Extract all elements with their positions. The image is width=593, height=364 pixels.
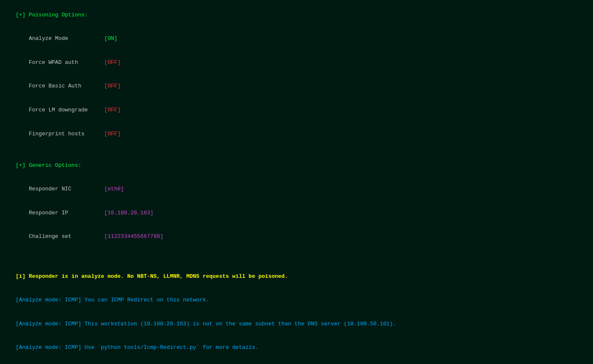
icmp-line-1: [Analyze mode: ICMP] You can ICMP Redire… bbox=[3, 288, 590, 312]
analyze-mode-line: Analyze Mode [ON] bbox=[3, 27, 590, 51]
blank-1 bbox=[3, 146, 590, 154]
icmp-line-2: [Analyze mode: ICMP] This workstation (1… bbox=[3, 312, 590, 336]
force-lm-line: Force LM downgrade [OFF] bbox=[3, 98, 590, 122]
blank-3 bbox=[3, 257, 590, 265]
icmp-line-4: [Analyze mode: ICMP] You can ICMP Redire… bbox=[3, 360, 590, 364]
analyze-warning-line: [i] Responder is in analyze mode. No NBT… bbox=[3, 265, 590, 289]
terminal-output: [+] Poisoning Options: Analyze Mode [ON]… bbox=[3, 3, 590, 364]
generic-header: [+] Generic Options: bbox=[3, 154, 590, 178]
fingerprint-line: Fingerprint hosts [OFF] bbox=[3, 122, 590, 146]
challenge-set-line: Challenge set [1122334455667788] bbox=[3, 225, 590, 249]
icmp-line-3: [Analyze mode: ICMP] Use `python tools/I… bbox=[3, 336, 590, 360]
blank-2 bbox=[3, 249, 590, 257]
force-basic-line: Force Basic Auth [OFF] bbox=[3, 75, 590, 99]
responder-ip-line: Responder IP [10.100.20.163] bbox=[3, 201, 590, 225]
force-wpad-line: Force WPAD auth [OFF] bbox=[3, 51, 590, 75]
responder-nic-line: Responder NIC [eth0] bbox=[3, 178, 590, 202]
poisoning-header: [+] Poisoning Options: bbox=[3, 3, 590, 27]
